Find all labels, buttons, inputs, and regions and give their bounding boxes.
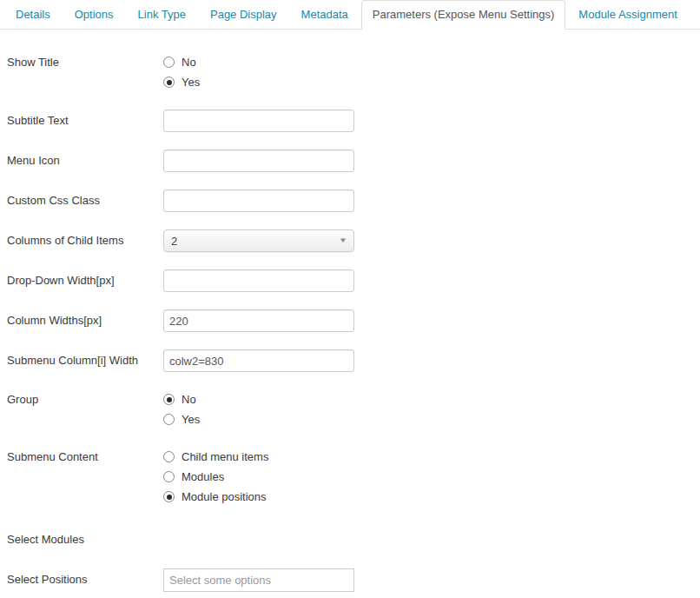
columns-of-child-items-label: Columns of Child Items <box>7 229 163 252</box>
tab-parameters-expose-menu-settings[interactable]: Parameters (Expose Menu Settings) <box>361 0 566 30</box>
field-show-title: Show Title No Yes <box>7 52 700 92</box>
field-menu-icon: Menu Icon <box>7 150 700 172</box>
submenu-column-width-input[interactable] <box>163 349 354 372</box>
submenu-content-radio-modules[interactable]: Modules <box>163 467 268 487</box>
radio-label: No <box>182 56 196 69</box>
field-subtitle-text: Subtitle Text <box>7 110 700 132</box>
field-submenu-content: Submenu Content Child menu items Modules… <box>7 447 700 507</box>
select-value: 2 <box>171 235 177 248</box>
radio-unchecked-icon <box>163 56 175 68</box>
radio-label: Child menu items <box>182 450 268 463</box>
radio-label: Module positions <box>182 490 267 503</box>
column-widths-input[interactable] <box>163 309 354 332</box>
select-positions-label: Select Positions <box>7 568 163 592</box>
radio-checked-icon <box>163 76 175 88</box>
group-label: Group <box>7 389 163 429</box>
group-radio-no[interactable]: No <box>163 389 200 409</box>
tab-bar: Details Options Link Type Page Display M… <box>0 0 700 30</box>
radio-label: Yes <box>182 76 200 89</box>
submenu-column-width-label: Submenu Column[i] Width <box>7 349 163 372</box>
tab-module-assignment[interactable]: Module Assignment <box>567 0 688 30</box>
radio-checked-icon <box>163 491 175 502</box>
tab-link-type[interactable]: Link Type <box>127 0 197 30</box>
tab-page-display[interactable]: Page Display <box>199 0 288 30</box>
show-title-label: Show Title <box>7 52 163 92</box>
radio-label: Yes <box>182 413 200 426</box>
radio-label: Modules <box>182 470 224 483</box>
parameters-form: Show Title No Yes Subtitle Text Menu Ico… <box>0 30 700 592</box>
custom-css-class-label: Custom Css Class <box>7 189 163 212</box>
field-column-widths: Column Widths[px] <box>7 309 700 332</box>
submenu-content-radio-module-positions[interactable]: Module positions <box>163 487 268 507</box>
tab-details[interactable]: Details <box>4 0 62 30</box>
show-title-radio-yes[interactable]: Yes <box>163 72 200 92</box>
dropdown-width-label: Drop-Down Width[px] <box>7 269 163 292</box>
field-custom-css-class: Custom Css Class <box>7 189 700 212</box>
radio-unchecked-icon <box>163 414 175 425</box>
radio-checked-icon <box>163 394 175 405</box>
field-columns-of-child-items: Columns of Child Items 2 ▼ <box>7 229 700 252</box>
menu-icon-input[interactable] <box>163 150 354 172</box>
radio-unchecked-icon <box>163 451 175 462</box>
radio-unchecked-icon <box>163 471 175 482</box>
show-title-radio-no[interactable]: No <box>163 52 200 72</box>
columns-of-child-items-select[interactable]: 2 ▼ <box>163 229 354 252</box>
select-positions-input[interactable] <box>163 568 354 592</box>
field-select-modules: Select Modules <box>7 533 700 546</box>
tab-metadata[interactable]: Metadata <box>290 0 360 30</box>
subtitle-text-label: Subtitle Text <box>7 110 163 132</box>
submenu-content-label: Submenu Content <box>7 447 163 507</box>
chevron-down-icon: ▼ <box>339 237 347 244</box>
select-modules-label: Select Modules <box>7 533 163 546</box>
dropdown-width-input[interactable] <box>163 269 354 292</box>
tab-options[interactable]: Options <box>63 0 125 30</box>
field-dropdown-width: Drop-Down Width[px] <box>7 269 700 292</box>
field-select-positions: Select Positions <box>7 568 700 592</box>
submenu-content-radio-child-menu-items[interactable]: Child menu items <box>163 447 268 467</box>
field-group: Group No Yes <box>7 389 700 429</box>
subtitle-text-input[interactable] <box>163 110 354 132</box>
custom-css-class-input[interactable] <box>163 189 354 212</box>
column-widths-label: Column Widths[px] <box>7 309 163 332</box>
field-submenu-column-width: Submenu Column[i] Width <box>7 349 700 372</box>
menu-icon-label: Menu Icon <box>7 150 163 172</box>
radio-label: No <box>182 393 196 406</box>
group-radio-yes[interactable]: Yes <box>163 409 200 429</box>
